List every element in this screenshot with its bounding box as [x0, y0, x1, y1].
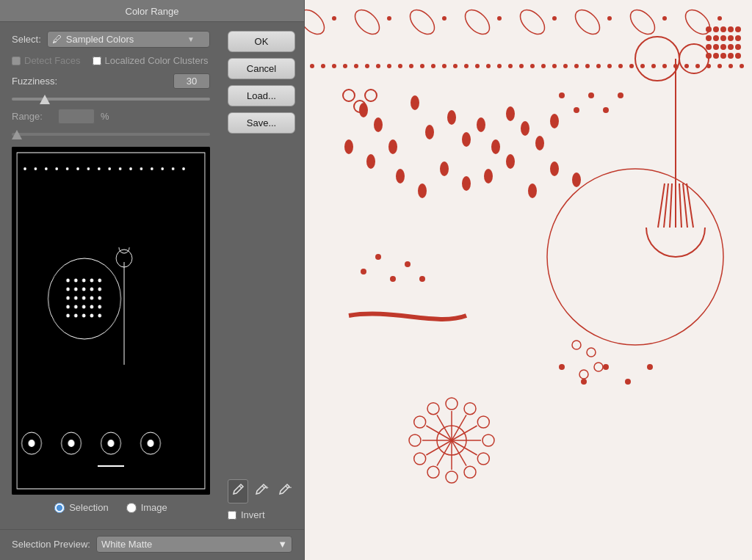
selection-preview-value: White Matte — [101, 539, 152, 550]
range-label: Range: — [12, 111, 52, 122]
select-dropdown-inner: 🖊 Sampled Colors — [52, 34, 134, 45]
eyedropper-add-button[interactable]: + — [253, 479, 272, 503]
eyedropper-sample-icon — [231, 483, 245, 496]
detect-faces-label: Detect Faces — [24, 55, 81, 66]
color-range-dialog: Color Range Select: 🖊 Sampled Colors ▼ — [0, 0, 305, 560]
select-dropdown-value: Sampled Colors — [66, 34, 134, 45]
range-slider-container — [12, 127, 210, 138]
invert-checkbox[interactable]: Invert — [228, 509, 295, 520]
detect-faces-input[interactable] — [12, 57, 21, 65]
image-panel — [305, 0, 752, 560]
image-radio[interactable] — [126, 503, 137, 513]
checkboxes-row: Detect Faces Localized Color Clusters — [12, 55, 210, 66]
invert-label: Invert — [241, 509, 265, 520]
localized-color-clusters-label: Localized Color Clusters — [105, 55, 209, 66]
dialog-controls: Select: 🖊 Sampled Colors ▼ Detect Faces — [0, 22, 222, 529]
eyedropper-add-icon: + — [256, 483, 269, 496]
eyedropper-sample-button[interactable] — [228, 479, 248, 503]
image-radio-item[interactable]: Image — [126, 502, 167, 513]
selection-preview-dropdown[interactable]: White Matte ▼ — [96, 536, 292, 553]
invert-input[interactable] — [228, 511, 236, 520]
selection-radio-label: Selection — [69, 502, 108, 513]
select-label: Select: — [12, 34, 41, 45]
select-dropdown[interactable]: 🖊 Sampled Colors ▼ — [47, 31, 210, 48]
selection-preview-label: Selection Preview: — [12, 539, 90, 550]
range-input[interactable] — [58, 109, 95, 124]
radio-row: Selection Image — [12, 502, 210, 513]
selection-radio-item[interactable]: Selection — [54, 502, 108, 513]
load-button[interactable]: Load... — [228, 85, 295, 106]
eyedropper-icon: 🖊 — [52, 34, 62, 45]
range-row: Range: % — [12, 109, 210, 124]
ok-button[interactable]: OK — [228, 31, 295, 52]
dialog-title-bar: Color Range — [0, 0, 304, 22]
fuzziness-label: Fuzziness: — [12, 76, 173, 87]
dialog-title: Color Range — [126, 6, 179, 17]
eyedropper-subtract-button[interactable]: − — [276, 479, 295, 503]
chevron-down-icon-preview: ▼ — [278, 539, 287, 550]
eyedropper-subtract-icon: − — [279, 483, 292, 496]
detect-faces-checkbox[interactable]: Detect Faces — [12, 55, 81, 66]
right-panel: OK Cancel Load... Save... + — [222, 22, 304, 529]
fuzziness-row: Fuzziness: — [12, 73, 210, 89]
preview-area — [12, 147, 210, 495]
image-radio-label: Image — [141, 502, 167, 513]
localized-color-clusters-input[interactable] — [93, 57, 101, 65]
fuzziness-input[interactable] — [173, 73, 210, 89]
fuzziness-slider-container — [12, 92, 210, 103]
fuzziness-slider[interactable] — [12, 98, 210, 101]
main-canvas — [305, 0, 752, 560]
preview-canvas — [12, 147, 210, 495]
selection-radio[interactable] — [54, 503, 65, 513]
svg-text:+: + — [265, 484, 269, 491]
localized-color-clusters-checkbox[interactable]: Localized Color Clusters — [93, 55, 209, 66]
range-percent: % — [101, 111, 109, 122]
cancel-button[interactable]: Cancel — [228, 58, 295, 79]
eyedropper-tools: + − — [228, 479, 295, 503]
svg-text:−: − — [288, 484, 292, 491]
save-button[interactable]: Save... — [228, 112, 295, 134]
range-slider[interactable] — [12, 133, 210, 136]
select-row: Select: 🖊 Sampled Colors ▼ — [12, 31, 210, 48]
chevron-down-icon: ▼ — [187, 35, 195, 43]
selection-preview-row: Selection Preview: White Matte ▼ — [0, 529, 304, 560]
